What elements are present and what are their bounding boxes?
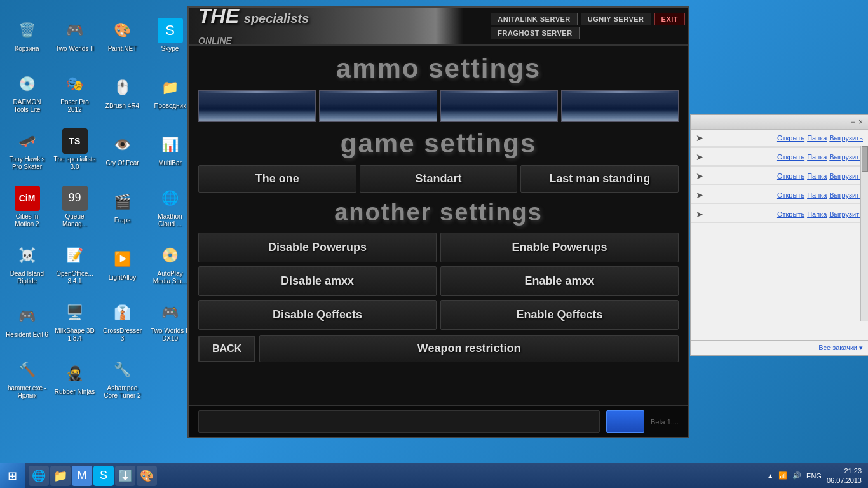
ammo-btn-4[interactable] xyxy=(561,90,679,122)
dl-upload-4[interactable]: Выгрузить xyxy=(829,191,863,199)
desktop-icon-two-worlds-label: Two Worlds II xyxy=(55,45,93,53)
enable-powerups-button[interactable]: Enable Powerups xyxy=(440,233,679,262)
dl-folder-2[interactable]: Папка xyxy=(807,153,827,161)
desktop-icon-milkshape[interactable]: 🖥️ MilkShape 3D 1.8.4 xyxy=(51,292,98,349)
desktop-icon-paint-net[interactable]: 🎨 Paint.NET xyxy=(98,6,146,64)
desktop-icon-hammer[interactable]: 🔨 hammer.exe - Ярлык xyxy=(3,349,51,407)
scroll-thumb[interactable] xyxy=(862,146,868,172)
dl-open-1[interactable]: Открыть xyxy=(777,134,804,142)
ugniy-server-button[interactable]: UGNIY SERVER xyxy=(581,13,651,25)
panel-close-button[interactable]: × xyxy=(858,118,863,126)
enable-qeffects-button[interactable]: Enable Qeffects xyxy=(440,300,679,330)
taskbar-ie-icon[interactable]: 🌐 xyxy=(29,466,49,486)
taskbar-skype-icon[interactable]: S xyxy=(93,466,114,486)
the-one-button[interactable]: The one xyxy=(198,165,356,193)
ammo-btn-1[interactable] xyxy=(198,90,316,122)
dl-upload-1[interactable]: Выгрузить xyxy=(829,134,863,142)
desktop-icon-ashampoo[interactable]: 🔧 Ashampoo Core Tuner 2 xyxy=(98,349,146,407)
game-modes-row: The one Standart Last man standing xyxy=(198,165,679,193)
disable-qeffects-button[interactable]: Disable Qeffects xyxy=(198,300,437,330)
enable-amxx-button[interactable]: Enable amxx xyxy=(440,266,679,296)
ammo-btn-2[interactable] xyxy=(319,90,437,122)
desktop-icon-specialists-label: The specialists 3.0 xyxy=(53,156,96,171)
poser-icon: 🎭 xyxy=(62,71,88,97)
bottom-buttons-row: BACK Weapon restriction xyxy=(198,335,679,362)
desktop-icon-queue[interactable]: 99 Queue Manag... xyxy=(51,178,98,235)
desktop-icon-autoplay[interactable]: 📀 AutoPlay Media Stu... xyxy=(146,235,194,292)
anitalink-server-button[interactable]: ANITALINK SERVER xyxy=(491,13,578,25)
dl-open-2[interactable]: Открыть xyxy=(777,153,804,161)
game-bottom-input[interactable] xyxy=(198,410,600,433)
dl-folder-5[interactable]: Папка xyxy=(807,210,827,218)
desktop-icon-hammer-label: hammer.exe - Ярлык xyxy=(6,384,48,400)
tray-volume-icon: 🔊 xyxy=(792,471,801,480)
milkshape-icon: 🖥️ xyxy=(62,300,88,325)
dl-upload-5[interactable]: Выгрузить xyxy=(829,210,863,218)
dl-upload-3[interactable]: Выгрузить xyxy=(829,172,863,180)
desktop-icon-explorer[interactable]: 📁 Проводник xyxy=(146,64,194,121)
dl-open-5[interactable]: Открыть xyxy=(777,210,804,218)
desktop-icon-two-worlds[interactable]: 🎮 Two Worlds II xyxy=(51,6,98,64)
desktop-icon-fraps[interactable]: 🎬 Fraps xyxy=(98,178,146,235)
taskbar-explorer-icon[interactable]: 📁 xyxy=(50,466,71,486)
panel-minimize-button[interactable]: − xyxy=(851,118,855,126)
taskbar-maxthon-icon[interactable]: M xyxy=(72,466,92,486)
desktop-icon-two-worlds-dx[interactable]: 🎮 Two Worlds II DX10 xyxy=(146,292,194,349)
taskbar-tray: ▲ 📶 🔊 ENG 21:23 06.07.2013 xyxy=(761,466,868,485)
desktop-icon-resident-evil-label: Resident Evil 6 xyxy=(6,331,48,339)
tony-hawk-icon: 🛹 xyxy=(15,128,40,154)
two-worlds-dx-icon: 🎮 xyxy=(158,300,183,325)
fraghost-server-button[interactable]: FRAGHOST SERVER xyxy=(491,27,579,39)
weapon-restriction-button[interactable]: Weapon restriction xyxy=(259,335,679,362)
desktop-icon-openoffice-label: OpenOffice... 3.4.1 xyxy=(53,270,96,285)
desktop-icon-tony-hawk[interactable]: 🛹 Tony Hawk's Pro Skater xyxy=(3,121,51,178)
dl-upload-2[interactable]: Выгрузить xyxy=(829,153,863,161)
desktop-icon-cry-of-fear[interactable]: 👁️ Cry Of Fear xyxy=(98,121,146,178)
desktop-icon-resident-evil[interactable]: 🎮 Resident Evil 6 xyxy=(3,292,51,349)
dl-open-4[interactable]: Открыть xyxy=(777,191,804,199)
desktop-icon-skype[interactable]: S Skype xyxy=(146,6,194,64)
desktop-icon-lightalloy[interactable]: ▶️ LightAlloy xyxy=(98,235,146,292)
desktop: 🗑️ Корзина 🎮 Two Worlds II 🎨 Paint.NET S… xyxy=(0,0,868,488)
zbrush-icon: 🖱️ xyxy=(110,75,135,100)
desktop-icon-multibar[interactable]: 📊 MultiBar xyxy=(146,121,194,178)
back-button[interactable]: BACK xyxy=(198,336,255,362)
ammo-btn-3[interactable] xyxy=(440,90,558,122)
game-logo: THE specialists ONLINE xyxy=(189,8,318,46)
logo-specialists: specialists xyxy=(244,11,309,25)
desktop-icon-openoffice[interactable]: 📝 OpenOffice... 3.4.1 xyxy=(51,235,98,292)
taskbar-clock[interactable]: 21:23 06.07.2013 xyxy=(827,466,862,485)
explorer-icon: 📁 xyxy=(158,75,183,100)
desktop-icon-recycle[interactable]: 🗑️ Корзина xyxy=(3,6,51,64)
dl-folder-3[interactable]: Папка xyxy=(807,172,827,180)
desktop-icon-poser[interactable]: 🎭 Poser Pro 2012 xyxy=(51,64,98,121)
desktop-icon-specialists[interactable]: TS The specialists 3.0 xyxy=(51,121,98,178)
start-button[interactable]: ⊞ xyxy=(0,463,25,489)
scroll-bar[interactable] xyxy=(860,146,868,321)
desktop-icon-maxthon[interactable]: 🌐 Maxthon Cloud ... xyxy=(146,178,194,235)
dl-open-3[interactable]: Открыть xyxy=(777,172,804,180)
game-bottom-btn-blue[interactable] xyxy=(606,410,644,433)
lightalloy-icon: ▶️ xyxy=(110,247,135,272)
desktop-icon-dead-island[interactable]: ☠️ Dead Island Riptide xyxy=(3,235,51,292)
disable-amxx-button[interactable]: Disable amxx xyxy=(198,266,437,296)
desktop-icon-cities[interactable]: CiM Cities in Motion 2 xyxy=(3,178,51,235)
standart-button[interactable]: Standart xyxy=(360,165,518,193)
game-nav: ANITALINK SERVER UGNIY SERVER EXIT FRAGH… xyxy=(491,8,685,44)
desktop-icon-rubber-ninjas[interactable]: 🥷 Rubber Ninjas xyxy=(51,349,98,407)
dl-folder-1[interactable]: Папка xyxy=(807,134,827,142)
desktop-icon-zbrush[interactable]: 🖱️ ZBrush 4R4 xyxy=(98,64,146,121)
all-downloads-link[interactable]: Все закачки ▾ xyxy=(818,344,863,352)
desktop-icon-tony-hawk-label: Tony Hawk's Pro Skater xyxy=(6,156,48,171)
last-man-standing-button[interactable]: Last man standing xyxy=(520,165,679,193)
desktop-icon-ashampoo-label: Ashampoo Core Tuner 2 xyxy=(101,384,144,400)
tray-arrow[interactable]: ▲ xyxy=(767,472,773,479)
desktop-icon-zbrush-label: ZBrush 4R4 xyxy=(105,102,139,110)
dl-folder-4[interactable]: Папка xyxy=(807,191,827,199)
taskbar-paint-icon[interactable]: 🎨 xyxy=(137,466,157,486)
exit-button[interactable]: EXIT xyxy=(654,13,685,25)
desktop-icon-daemon[interactable]: 💿 DAEMON Tools Lite xyxy=(3,64,51,121)
desktop-icon-crossdresser[interactable]: 👔 CrossDresser 3 xyxy=(98,292,146,349)
taskbar-download-icon[interactable]: ⬇️ xyxy=(115,466,135,486)
disable-powerups-button[interactable]: Disable Powerups xyxy=(198,233,437,262)
